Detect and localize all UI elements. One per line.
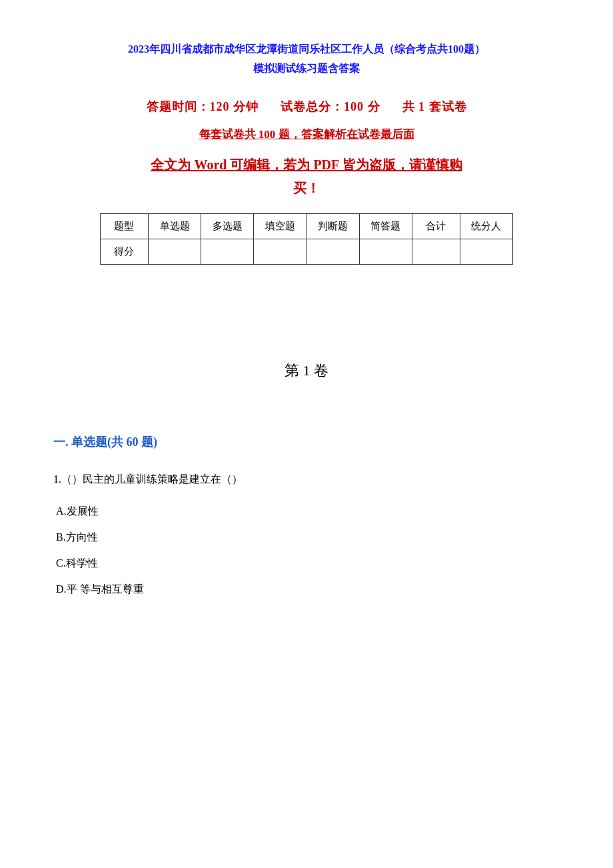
question-1-text: 1.（）民主的儿童训练策略是建立在（）	[53, 470, 560, 489]
score-grader	[460, 239, 512, 264]
col-header-type: 题型	[101, 213, 149, 239]
page-title: 2023年四川省成都市成华区龙潭街道同乐社区工作人员（综合考点共100题） 模拟…	[53, 40, 560, 79]
notice-text-line1: 全文为 Word 可编辑，若为 PDF 皆为盗版，请谨慎购	[151, 157, 462, 172]
score-table-wrapper: 题型 单选题 多选题 填空题 判断题 简答题 合计 统分人 得分	[100, 213, 513, 265]
title-line2: 模拟测试练习题含答案	[53, 59, 560, 79]
col-header-grader: 统分人	[460, 213, 512, 239]
question-1-option-c: C.科学性	[53, 554, 560, 573]
score-fill	[254, 239, 306, 264]
notice-text-line2: 买！	[293, 181, 320, 195]
score-single	[148, 239, 201, 264]
score-judge	[306, 239, 359, 264]
col-header-multi: 多选题	[201, 213, 254, 239]
score-short	[359, 239, 412, 264]
title-line1: 2023年四川省成都市成华区龙潭街道同乐社区工作人员（综合考点共100题）	[53, 40, 560, 59]
exam-sets: 共 1 套试卷	[402, 100, 467, 113]
score-multi	[201, 239, 254, 264]
col-header-fill: 填空题	[254, 213, 306, 239]
question-1-option-a: A.发展性	[53, 502, 560, 521]
score-total	[412, 239, 460, 264]
question-1: 1.（）民主的儿童训练策略是建立在（） A.发展性 B.方向性 C.科学性 D.…	[53, 470, 560, 599]
section-divider	[53, 281, 560, 361]
word-notice-line2: 买！	[53, 179, 560, 197]
word-notice-line1: 全文为 Word 可编辑，若为 PDF 皆为盗版，请谨慎购	[53, 154, 560, 175]
exam-total: 试卷总分：100 分	[281, 100, 380, 113]
exam-time: 答题时间：120 分钟	[147, 100, 259, 113]
exam-info: 答题时间：120 分钟 试卷总分：100 分 共 1 套试卷	[53, 99, 560, 115]
volume-title: 第 1 卷	[53, 361, 560, 381]
col-header-judge: 判断题	[306, 213, 359, 239]
score-table: 题型 单选题 多选题 填空题 判断题 简答题 合计 统分人 得分	[100, 213, 513, 265]
table-header-row: 题型 单选题 多选题 填空题 判断题 简答题 合计 统分人	[101, 213, 513, 239]
col-header-single: 单选题	[148, 213, 201, 239]
table-score-row: 得分	[101, 239, 513, 264]
highlight-line: 每套试卷共 100 题，答案解析在试卷最后面	[53, 127, 560, 142]
question-1-option-b: B.方向性	[53, 528, 560, 547]
section-header: 一. 单选题(共 60 题)	[53, 434, 560, 450]
highlight-text: 每套试卷共 100 题，答案解析在试卷最后面	[199, 128, 414, 141]
question-1-option-d: D.平 等与相互尊重	[53, 580, 560, 599]
col-header-total: 合计	[412, 213, 460, 239]
col-header-short: 简答题	[359, 213, 412, 239]
score-label: 得分	[101, 239, 149, 264]
